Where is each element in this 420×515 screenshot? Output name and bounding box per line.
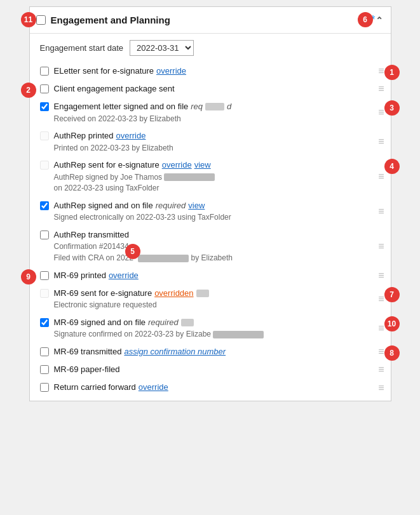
authrep-signed-view[interactable]: view: [188, 200, 205, 211]
mr69-esig-main: MR-69 sent for e-signature overridden: [54, 288, 365, 299]
item-row-mr69-signed: 10 MR-69 signed and on file required Sig…: [30, 314, 391, 343]
badge-eletter: 1: [384, 65, 400, 80]
checkbox-return-carried[interactable]: [40, 383, 49, 392]
eletter-content: ELetter sent for e-signature override: [54, 65, 365, 77]
engagement-letter-d: d: [227, 101, 231, 112]
mr69-transmitted-main: MR-69 transmitted assign confirmation nu…: [54, 346, 365, 358]
return-carried-content: Return carried forward override: [54, 382, 365, 393]
checkbox-mr69-printed[interactable]: [40, 271, 49, 280]
mr69-signed-blurred-end: [213, 331, 264, 338]
mr69-signed-blurred: [181, 319, 194, 326]
engagement-letter-sub: Received on 2022-03-23 by Elizabeth: [54, 114, 365, 124]
eletter-drag-handle[interactable]: ≡: [378, 65, 384, 77]
checkbox-authrep-transmitted[interactable]: [40, 231, 49, 239]
checkbox-mr69-signed[interactable]: [40, 318, 49, 327]
checkbox-engagement-letter[interactable]: [40, 102, 49, 111]
mr69-esig-label: MR-69 sent for e-signature: [54, 288, 152, 299]
item-row-authrep-transmitted: 5 AuthRep transmitted Confirmation #2014…: [30, 226, 391, 267]
authrep-printed-override[interactable]: override: [116, 130, 146, 142]
checkbox-authrep-esig[interactable]: [40, 161, 49, 170]
panel-header: Engagement and Planning * ⌃: [30, 7, 391, 34]
authrep-transmitted-main: AuthRep transmitted: [54, 229, 365, 241]
return-carried-drag-handle[interactable]: ≡: [378, 382, 384, 394]
authrep-transmitted-sub1: Confirmation #201434: [54, 241, 365, 252]
eletter-main: ELetter sent for e-signature override: [54, 65, 365, 77]
authrep-esig-drag-handle[interactable]: ≡: [378, 171, 384, 182]
checkbox-mr69-transmitted[interactable]: [40, 347, 49, 356]
mr69-esig-overridden[interactable]: overridden: [154, 288, 193, 299]
checkbox-mr69-esig[interactable]: [40, 289, 49, 298]
checkbox-client-package[interactable]: [40, 84, 49, 93]
engagement-letter-drag-handle[interactable]: ≡: [378, 107, 384, 118]
mr69-signed-sub: Signature confirmed on 2022-03-23 by Eli…: [54, 329, 365, 340]
mr69-paper-label: MR-69 paper-filed: [54, 364, 120, 375]
mr69-transmitted-assign[interactable]: assign confirmation number: [124, 346, 226, 358]
badge-6: 6: [358, 12, 373, 27]
blurred-text-1: [205, 103, 224, 110]
mr69-paper-content: MR-69 paper-filed: [54, 364, 365, 375]
return-carried-main: Return carried forward override: [54, 382, 365, 393]
checkbox-authrep-signed[interactable]: [40, 201, 49, 210]
badge-authrep-transmitted: 5: [125, 244, 140, 259]
mr69-paper-drag-handle[interactable]: ≡: [378, 364, 384, 375]
authrep-printed-sub: Printed on 2022-03-23 by Elizabeth: [54, 143, 365, 154]
date-select[interactable]: 2022-03-31: [130, 40, 194, 56]
item-row-mr69-esig: 7 MR-69 sent for e-signature overridden …: [30, 284, 391, 314]
authrep-esig-main: AuthRep sent for e-signature override vi…: [54, 159, 365, 171]
mr69-signed-drag-handle[interactable]: ≡: [378, 323, 384, 334]
eletter-override-link[interactable]: override: [156, 65, 186, 77]
authrep-esig-content: AuthRep sent for e-signature override vi…: [54, 159, 365, 194]
client-package-drag-handle[interactable]: ≡: [378, 83, 384, 95]
item-row-return-carried: Return carried forward override ≡: [30, 378, 391, 396]
item-row-authrep-signed: AuthRep signed and on file required view…: [30, 197, 391, 226]
authrep-signed-drag-handle[interactable]: ≡: [378, 206, 384, 217]
badge-mr69-esig: 7: [384, 287, 400, 302]
item-row-authrep-printed: AuthRep printed override Printed on 2022…: [30, 127, 391, 156]
badge-mr69-printed: 9: [21, 269, 36, 284]
header-checkbox[interactable]: [36, 15, 46, 25]
mr69-esig-content: MR-69 sent for e-signature overridden El…: [54, 288, 365, 311]
badge-mr69-signed: 10: [384, 316, 400, 331]
engagement-letter-label: Engagement letter signed and on file: [54, 101, 189, 112]
mr69-transmitted-label: MR-69 transmitted: [54, 346, 122, 358]
authrep-transmitted-drag-handle[interactable]: ≡: [378, 241, 384, 252]
item-row-mr69-paper: MR-69 paper-filed ≡: [30, 361, 391, 378]
mr69-printed-label: MR-69 printed: [54, 270, 106, 281]
authrep-printed-content: AuthRep printed override Printed on 2022…: [54, 130, 365, 153]
authrep-esig-view[interactable]: view: [194, 159, 211, 171]
item-row-eletter: 1 ELetter sent for e-signature override …: [30, 62, 391, 80]
authrep-printed-drag-handle[interactable]: ≡: [378, 136, 384, 147]
badge-authrep-esig: 4: [384, 159, 400, 174]
authrep-signed-content: AuthRep signed and on file required view…: [54, 200, 365, 223]
authrep-signed-req: required: [156, 200, 186, 211]
mr69-paper-main: MR-69 paper-filed: [54, 364, 365, 375]
authrep-printed-main: AuthRep printed override: [54, 130, 365, 142]
mr69-signed-main: MR-69 signed and on file required: [54, 317, 365, 328]
collapse-button[interactable]: ⌃: [376, 15, 383, 25]
badge-client-package: 2: [21, 83, 36, 98]
date-label: Engagement start date: [40, 43, 124, 53]
checkbox-mr69-paper[interactable]: [40, 365, 49, 374]
checkbox-eletter[interactable]: [40, 67, 49, 76]
client-package-content: Client engagement package sent: [54, 83, 365, 95]
return-carried-override[interactable]: override: [139, 382, 168, 393]
panel-content: Engagement start date 2022-03-31 1 ELett…: [30, 34, 391, 401]
authrep-transmitted-content: AuthRep transmitted Confirmation #201434…: [54, 229, 365, 264]
item-row-authrep-esig: 4 AuthRep sent for e-signature override …: [30, 156, 391, 197]
mr69-printed-main: MR-69 printed override: [54, 270, 365, 281]
mr69-esig-drag-handle[interactable]: ≡: [378, 293, 384, 305]
mr69-esig-sub: Electronic signature requested: [54, 300, 365, 311]
authrep-signed-sub: Signed electronically on 2022-03-23 usin…: [54, 212, 365, 223]
engagement-panel: 11 6 Engagement and Planning * ⌃ Engagem…: [29, 6, 391, 401]
mr69-printed-override[interactable]: override: [109, 270, 139, 281]
mr69-transmitted-drag-handle[interactable]: ≡: [378, 346, 384, 358]
mr69-printed-drag-handle[interactable]: ≡: [378, 270, 384, 281]
badge-engagement-letter: 3: [384, 100, 400, 116]
authrep-esig-override[interactable]: override: [162, 159, 192, 171]
item-row-mr69-transmitted: 8 MR-69 transmitted assign confirmation …: [30, 343, 391, 361]
badge-11: 11: [21, 12, 36, 27]
checkbox-authrep-printed[interactable]: [40, 131, 49, 140]
eletter-label: ELetter sent for e-signature: [54, 65, 154, 77]
mr69-esig-blurred: [196, 290, 209, 297]
item-row-client-package: 2 Client engagement package sent ≡: [30, 80, 391, 98]
